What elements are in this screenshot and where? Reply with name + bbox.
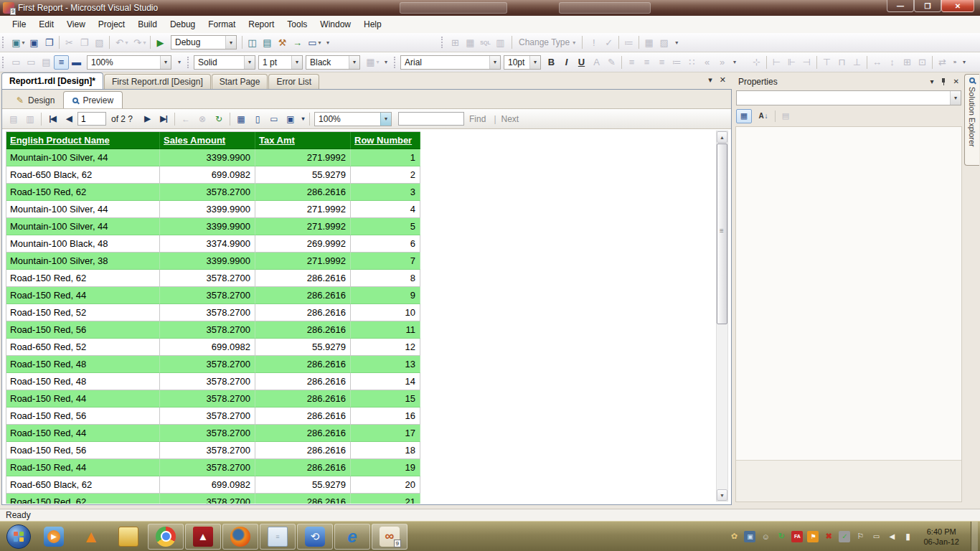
tray-battery-icon[interactable]: ▮ — [902, 531, 913, 542]
alphabetical-sort-icon[interactable]: A ↓ — [754, 109, 773, 123]
show-grid-pane-icon[interactable]: ▦ — [463, 35, 478, 50]
back-to-parent-button[interactable]: ← — [178, 112, 194, 126]
show-desktop-button[interactable] — [971, 522, 978, 551]
align-left-icon[interactable]: ≡ — [624, 55, 639, 70]
increase-indent-icon[interactable]: » — [715, 55, 730, 70]
properties-grid[interactable] — [735, 126, 962, 502]
taskbar-messenger-icon[interactable]: ⟲ — [297, 524, 333, 550]
find-text-input[interactable] — [398, 112, 464, 126]
header-tax-amt[interactable]: Tax Amt — [255, 132, 351, 149]
tray-remote-desktop-icon[interactable]: ▣ — [744, 531, 755, 542]
export-button[interactable]: ▣ — [283, 112, 298, 126]
chevron-down-icon[interactable]: ▾ — [160, 56, 171, 69]
decrease-indent-icon[interactable]: « — [699, 55, 715, 70]
same-height-icon[interactable]: ↕ — [885, 55, 900, 70]
taskbar-adobe-icon[interactable]: ▲ — [185, 524, 221, 550]
property-pages-icon[interactable]: ▤ — [778, 109, 793, 123]
taskbar-vs-icon[interactable]: ∞ 9 — [372, 524, 407, 550]
tray-updater-icon[interactable]: ↻ — [776, 531, 787, 542]
close-button[interactable]: ✕ — [941, 0, 974, 12]
toolbar-options-icon[interactable]: ▾ — [730, 55, 739, 70]
align-center-icon[interactable]: ≡ — [639, 55, 654, 70]
menu-item[interactable]: Window — [314, 17, 357, 32]
solution-explorer-tab[interactable]: Solution Explorer — [964, 74, 979, 166]
scrollbar-thumb[interactable] — [717, 143, 727, 324]
chevron-down-icon[interactable]: ▾ — [380, 113, 391, 126]
start-debugging-icon[interactable]: ▶ — [153, 35, 168, 50]
toolbar-grip[interactable] — [394, 57, 396, 68]
taskbar-clock[interactable]: 6:40 PM 06-Jan-12 — [923, 527, 959, 547]
start-page-icon[interactable]: → — [290, 35, 305, 50]
tab-report1[interactable]: Report1.rdl [Design]* — [1, 72, 103, 89]
snap-to-grid-icon[interactable]: ⊹ — [749, 55, 764, 70]
first-page-button[interactable]: |◀ — [44, 112, 60, 126]
page-header-icon[interactable]: ▭ — [9, 55, 24, 70]
toolbar-grip[interactable] — [2, 57, 4, 68]
window-position-dropdown-icon[interactable]: ▾ — [930, 77, 934, 85]
run-query-icon[interactable]: ! — [586, 35, 601, 50]
underline-icon[interactable]: U — [574, 55, 589, 70]
last-page-button[interactable]: ▶| — [156, 112, 171, 126]
chevron-down-icon[interactable]: ▾ — [244, 56, 255, 69]
verify-sql-icon[interactable]: ✓ — [601, 35, 616, 50]
menu-item[interactable]: Build — [131, 17, 164, 32]
menu-item[interactable]: Report — [242, 17, 281, 32]
header-row-number[interactable]: Row Number — [351, 132, 420, 149]
toolbar-expand-icon[interactable]: » — [950, 55, 959, 70]
report-properties-icon[interactable]: ▤ — [39, 55, 54, 70]
numbering-icon[interactable]: ≔ — [669, 55, 684, 70]
parameter-fields-icon[interactable]: ▥ — [22, 112, 38, 126]
refresh-button[interactable]: ↻ — [211, 112, 227, 126]
tab-list-dropdown-icon[interactable]: ▾ — [708, 75, 712, 85]
border-width-combo[interactable]: 1 pt ▾ — [258, 55, 303, 70]
italic-icon[interactable]: I — [559, 55, 574, 70]
change-type-button[interactable]: Change Type ▾ — [514, 37, 580, 47]
add-table-icon[interactable]: ▦ — [641, 35, 656, 50]
chevron-down-icon[interactable]: ▾ — [349, 56, 359, 69]
font-name-combo[interactable]: Arial ▾ — [400, 55, 501, 70]
stop-rendering-button[interactable]: ⊗ — [194, 112, 210, 126]
chevron-down-icon[interactable]: ▾ — [950, 91, 961, 105]
taskbar-explorer-icon[interactable] — [110, 524, 146, 550]
find-next-button[interactable]: Next — [501, 114, 519, 124]
toolbar-options-icon[interactable]: ▾ — [959, 55, 969, 70]
taskbar-chrome-icon[interactable] — [148, 524, 184, 550]
tab-error-list[interactable]: Error List — [268, 74, 319, 89]
find-button[interactable]: Find — [469, 114, 486, 124]
align-tops-icon[interactable]: ⊤ — [819, 55, 834, 70]
toolbar-grip[interactable] — [2, 37, 4, 48]
chevron-down-icon[interactable]: ▾ — [291, 56, 302, 69]
tab-first-report[interactable]: First Report.rdl [Design] — [104, 74, 211, 89]
grouping-toggle-icon[interactable]: ≡ — [54, 55, 69, 70]
save-icon[interactable]: ▣ — [27, 35, 42, 50]
menu-item[interactable]: Edit — [32, 17, 60, 32]
header-sales-amount[interactable]: Sales Amount — [160, 132, 255, 149]
align-lefts-icon[interactable]: ⊢ — [769, 55, 784, 70]
toolbar-options-icon[interactable]: ▾ — [323, 35, 332, 50]
redo-dropdown-icon[interactable]: ▾ — [141, 35, 148, 50]
menu-item[interactable]: File — [6, 17, 32, 32]
next-page-button[interactable]: ▶ — [139, 112, 155, 126]
solution-explorer-icon[interactable]: ◫ — [245, 35, 260, 50]
menu-item[interactable]: Project — [92, 17, 131, 32]
auto-hide-pin-icon[interactable] — [941, 77, 947, 85]
center-in-form-icon[interactable]: ⊡ — [915, 55, 930, 70]
categorized-view-icon[interactable]: ▦ — [736, 109, 752, 123]
add-derived-table-icon[interactable]: ▨ — [656, 35, 672, 50]
show-sql-pane-icon[interactable]: SQL — [478, 35, 493, 50]
border-dropdown-icon[interactable]: ▾ — [374, 55, 381, 70]
scroll-up-icon[interactable]: ▲ — [717, 131, 727, 143]
report-parameters-icon[interactable]: ▤ — [6, 112, 22, 126]
header-english-product-name[interactable]: English Product Name — [6, 132, 160, 149]
align-middles-icon[interactable]: ⊓ — [834, 55, 849, 70]
tray-security-alert-icon[interactable]: ⚑ — [807, 531, 819, 542]
taskbar-firefox-icon[interactable] — [222, 524, 258, 550]
new-item-dropdown-icon[interactable]: ▾ — [20, 35, 27, 50]
tray-network-icon[interactable]: ▭ — [870, 531, 882, 542]
page-footer-icon[interactable]: ▭ — [24, 55, 39, 70]
align-centers-icon[interactable]: ⊩ — [784, 55, 799, 70]
tray-usb-device-icon[interactable]: ✓ — [839, 531, 850, 542]
close-panel-icon[interactable]: ✕ — [953, 77, 959, 85]
print-button[interactable]: ▦ — [233, 112, 249, 126]
align-bottoms-icon[interactable]: ⊥ — [849, 55, 864, 70]
